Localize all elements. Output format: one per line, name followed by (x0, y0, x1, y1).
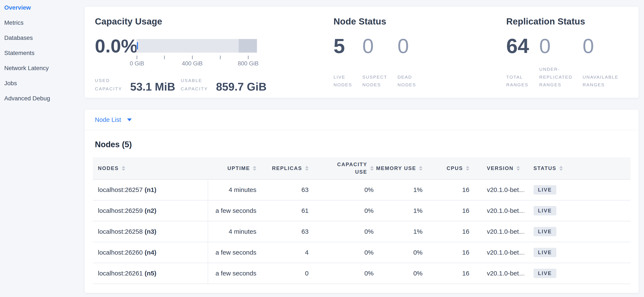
sort-icon (559, 166, 563, 171)
nodes-table-section: Nodes (5) NODES UPTIME (85, 140, 639, 284)
column-header-status[interactable]: STATUS (524, 157, 630, 179)
capacity-gauge-axis (136, 56, 257, 59)
cpus-cell: 16 (423, 221, 470, 242)
status-cell: LIVE (524, 221, 630, 242)
axis-tick (248, 56, 248, 59)
table-row-node-3[interactable]: localhost:26258(n3) 4 minutes 63 0% 1% 1… (93, 221, 630, 242)
nodes-table: NODES UPTIME REPLICAS (93, 157, 630, 284)
node-list-card: Node List Nodes (5) NODES (84, 109, 639, 293)
cpus-cell: 16 (423, 263, 470, 284)
uptime-cell: a few seconds (208, 242, 257, 263)
axis-tick (192, 56, 192, 59)
sidebar-item-statements[interactable]: Statements (4, 45, 84, 60)
node-id: (n1) (144, 186, 156, 193)
column-header-capacity-use[interactable]: CAPACITY USE (309, 157, 374, 179)
replicas-cell: 0 (257, 263, 309, 284)
replication-status-section: Replication Status 64 TOTAL RANGES 0 UND… (506, 16, 628, 88)
cpus-cell: 16 (423, 242, 470, 263)
node-status-title: Node Status (334, 16, 506, 27)
under-replicated-ranges-value: 0 (539, 38, 572, 54)
dead-nodes-value: 0 (398, 38, 416, 54)
sidebar-item-network-latency[interactable]: Network Latency (4, 60, 84, 76)
sidebar-item-jobs[interactable]: Jobs (4, 76, 84, 91)
total-ranges-label: TOTAL RANGES (506, 73, 529, 89)
sidebar-item-metrics[interactable]: Metrics (4, 15, 84, 30)
table-header-row: NODES UPTIME REPLICAS (93, 157, 630, 179)
status-cell: LIVE (524, 179, 630, 200)
column-header-memory-use[interactable]: MEMORY USE (374, 157, 423, 179)
capacity-gauge: 0 GiB 400 GiB 800 GiB (136, 39, 257, 67)
live-nodes-label: LIVE NODES (334, 73, 352, 89)
memory-use-cell: 0% (374, 242, 423, 263)
sidebar-item-overview[interactable]: Overview (4, 0, 84, 15)
capacity-gauge-dark-segment (238, 39, 257, 53)
node-id: (n3) (144, 228, 156, 235)
axis-tick (164, 56, 165, 59)
capacity-use-cell: 0% (309, 221, 374, 242)
replicas-cell: 63 (257, 221, 309, 242)
table-row-node-2[interactable]: localhost:26259(n2) a few seconds 61 0% … (93, 200, 630, 221)
column-header-cpus[interactable]: CPUS (423, 157, 470, 179)
column-label: STATUS (534, 165, 556, 171)
table-row-node-5[interactable]: localhost:26261(n5) a few seconds 0 0% 0… (93, 263, 630, 284)
cluster-summary-card: Capacity Usage 0.0% (84, 6, 639, 98)
status-badge: LIVE (534, 227, 556, 236)
column-label: NODES (98, 165, 119, 171)
status-badge: LIVE (534, 185, 556, 195)
sidebar-item-databases[interactable]: Databases (4, 30, 84, 45)
node-address-cell[interactable]: localhost:26258(n3) (93, 221, 208, 242)
node-address: localhost:26257 (98, 186, 143, 193)
status-cell: LIVE (524, 263, 630, 284)
capacity-gauge-bar (136, 39, 257, 53)
view-selector[interactable]: Node List (85, 109, 639, 130)
dead-nodes-label: DEAD NODES (398, 73, 416, 89)
uptime-cell: a few seconds (208, 200, 257, 221)
uptime-cell: a few seconds (208, 263, 257, 284)
capacity-usage-section: Capacity Usage 0.0% (95, 16, 334, 88)
status-badge: LIVE (534, 269, 556, 278)
version-cell: v20.1.0-bet… (470, 179, 524, 200)
sidebar-nav: Overview Metrics Databases Statements Ne… (0, 0, 84, 293)
column-header-uptime[interactable]: UPTIME (208, 157, 257, 179)
suspect-nodes-label: SUSPECT NODES (362, 73, 387, 89)
node-address-cell[interactable]: localhost:26259(n2) (93, 200, 208, 221)
unavailable-ranges-stat: 0 UNAVAILABLE RANGES (582, 38, 618, 89)
total-ranges-value: 64 (506, 38, 529, 54)
live-nodes-value: 5 (334, 38, 352, 54)
capacity-gauge-tick-labels: 0 GiB 400 GiB 800 GiB (136, 60, 257, 67)
sidebar-item-advanced-debug[interactable]: Advanced Debug (4, 91, 84, 106)
version-cell: v20.1.0-bet… (470, 242, 524, 263)
node-status-section: Node Status 5 LIVE NODES 0 SUSPECT NODES… (334, 16, 506, 88)
table-row-node-1[interactable]: localhost:26257(n1) 4 minutes 63 0% 1% 1… (93, 179, 630, 200)
column-label: VERSION (487, 165, 514, 171)
node-address-cell[interactable]: localhost:26257(n1) (93, 179, 208, 200)
capacity-use-cell: 0% (309, 242, 374, 263)
view-selector-label[interactable]: Node List (95, 116, 121, 123)
replicas-cell: 4 (257, 242, 309, 263)
total-ranges-stat: 64 TOTAL RANGES (506, 38, 529, 89)
usable-capacity-value: 859.7 GiB (216, 81, 266, 93)
status-badge: LIVE (534, 248, 556, 257)
column-label: CPUS (446, 165, 463, 171)
used-capacity-label: USED CAPACITY (95, 76, 122, 93)
column-header-nodes[interactable]: NODES (93, 157, 208, 179)
node-address: localhost:26260 (98, 249, 143, 256)
axis-tick (137, 56, 137, 59)
node-address: localhost:26259 (98, 207, 143, 214)
column-header-version[interactable]: VERSION (470, 157, 524, 179)
sort-icon (419, 166, 422, 171)
unavailable-ranges-label: UNAVAILABLE RANGES (582, 73, 618, 89)
node-address-cell[interactable]: localhost:26260(n4) (93, 242, 208, 263)
unavailable-ranges-value: 0 (582, 38, 618, 54)
capacity-use-cell: 0% (309, 200, 374, 221)
used-capacity-value: 53.1 MiB (130, 81, 175, 93)
memory-use-cell: 1% (374, 179, 423, 200)
memory-use-cell: 1% (374, 200, 423, 221)
column-header-replicas[interactable]: REPLICAS (257, 157, 309, 179)
table-row-node-4[interactable]: localhost:26260(n4) a few seconds 4 0% 0… (93, 242, 630, 263)
sort-icon (466, 166, 469, 171)
node-address-cell[interactable]: localhost:26261(n5) (93, 263, 208, 284)
suspect-nodes-stat: 0 SUSPECT NODES (362, 38, 387, 89)
admin-ui-overview-page: Overview Metrics Databases Statements Ne… (0, 0, 644, 293)
column-label: CAPACITY USE (331, 161, 367, 176)
